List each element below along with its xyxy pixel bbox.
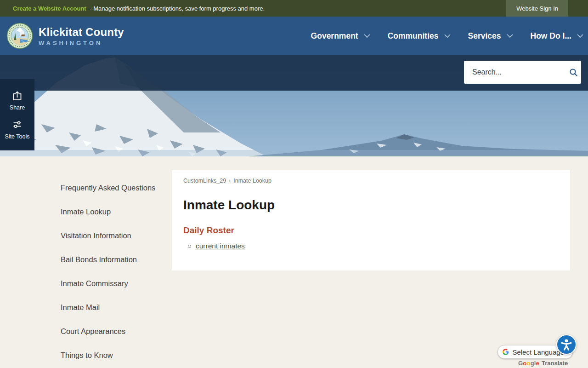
hero-banner: Share Site Tools — [0, 55, 588, 156]
utility-bar: Create a Website Account - Manage notifi… — [0, 0, 588, 17]
chevron-down-icon — [364, 34, 370, 38]
menu-item[interactable]: Inmate Mail — [61, 303, 155, 312]
share-icon — [11, 90, 23, 102]
menu-item[interactable]: Bail Bonds Information — [61, 255, 155, 264]
menu-item[interactable]: Inmate Commissary — [61, 279, 155, 288]
site-tools-sliders-icon — [11, 119, 23, 131]
current-inmates-link[interactable]: current inmates — [196, 242, 245, 250]
chevron-down-icon — [444, 34, 451, 38]
daily-roster-heading: Daily Roster — [183, 225, 559, 236]
site-search — [464, 61, 581, 84]
accessibility-person-icon — [560, 338, 573, 351]
site-tools-button[interactable]: Site Tools — [5, 119, 30, 140]
search-input[interactable] — [472, 68, 567, 76]
create-account-link[interactable]: Create a Website Account — [13, 5, 86, 12]
roster-links: current inmates — [183, 242, 559, 250]
menu-item[interactable]: Inmate Lookup — [61, 207, 155, 216]
breadcrumb-current: Inmate Lookup — [233, 178, 271, 184]
account-promo-text: - Manage notification subscriptions, sav… — [90, 5, 265, 12]
breadcrumb: CustomLinks_29 › Inmate Lookup — [183, 178, 559, 184]
list-item: current inmates — [188, 242, 559, 250]
county-seal-logo — [6, 23, 33, 49]
google-g-icon — [503, 347, 509, 356]
menu-item[interactable]: Things to Know — [61, 351, 155, 360]
main-content-area: Frequently Asked Questions Inmate Lookup… — [0, 156, 588, 368]
website-sign-in-button[interactable]: Website Sign In — [506, 0, 568, 17]
site-title: Klickitat County — [39, 26, 124, 39]
chevron-down-icon — [507, 34, 513, 38]
select-language-label: Select Language — [512, 348, 564, 356]
nav-communities[interactable]: Communities — [388, 31, 451, 41]
menu-item[interactable]: Court Appearances — [61, 327, 155, 336]
section-menu: Frequently Asked Questions Inmate Lookup… — [61, 183, 155, 368]
menu-item[interactable]: Visitation Information — [61, 231, 155, 240]
main-nav: Government Communities Services How Do I… — [311, 31, 583, 41]
page-title: Inmate Lookup — [183, 198, 559, 213]
accessibility-button[interactable] — [556, 334, 577, 355]
nav-how-do-i[interactable]: How Do I... — [531, 31, 583, 41]
menu-item[interactable]: Frequently Asked Questions — [61, 183, 155, 192]
content-card: CustomLinks_29 › Inmate Lookup Inmate Lo… — [172, 170, 570, 270]
site-brand: Klickitat County WASHINGTON — [39, 26, 124, 46]
account-promo: Create a Website Account - Manage notifi… — [0, 5, 265, 12]
breadcrumb-parent-link[interactable]: CustomLinks_29 — [183, 178, 226, 184]
nav-government[interactable]: Government — [311, 31, 370, 41]
nav-services[interactable]: Services — [468, 31, 513, 41]
site-header: Klickitat County WASHINGTON Government C… — [0, 17, 588, 55]
share-button[interactable]: Share — [10, 90, 25, 111]
list-bullet — [188, 245, 191, 248]
google-translate-attribution[interactable]: Google Translate — [518, 360, 568, 367]
search-button[interactable] — [567, 66, 580, 79]
search-icon — [569, 68, 578, 77]
site-subtitle: WASHINGTON — [39, 40, 124, 46]
chevron-down-icon — [577, 34, 583, 38]
google-logo-text: Google — [518, 360, 539, 367]
side-tools-panel: Share Site Tools — [0, 79, 34, 150]
translate-word: Translate — [542, 360, 568, 367]
breadcrumb-separator: › — [229, 178, 231, 184]
